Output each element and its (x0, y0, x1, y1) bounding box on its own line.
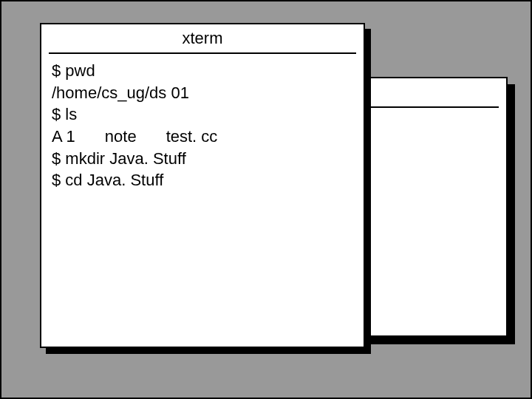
xterm-window-front[interactable]: xterm $ pwd /home/cs_ug/ds 01 $ ls A 1 n… (40, 23, 365, 348)
terminal-line: $ mkdir Java. Stuff (52, 148, 353, 170)
ls-entry: test. cc (166, 126, 218, 148)
terminal-line: $ cd Java. Stuff (52, 169, 353, 191)
ls-entry: A 1 (52, 126, 75, 148)
terminal-line: $ pwd (52, 60, 353, 82)
window-title-front: xterm (49, 24, 356, 54)
terminal-content-front[interactable]: $ pwd /home/cs_ug/ds 01 $ ls A 1 note te… (41, 54, 364, 197)
terminal-line: A 1 note test. cc (52, 126, 353, 148)
terminal-line: /home/cs_ug/ds 01 (52, 82, 353, 104)
terminal-line: $ ls (52, 103, 353, 126)
ls-entry: note (105, 126, 137, 148)
